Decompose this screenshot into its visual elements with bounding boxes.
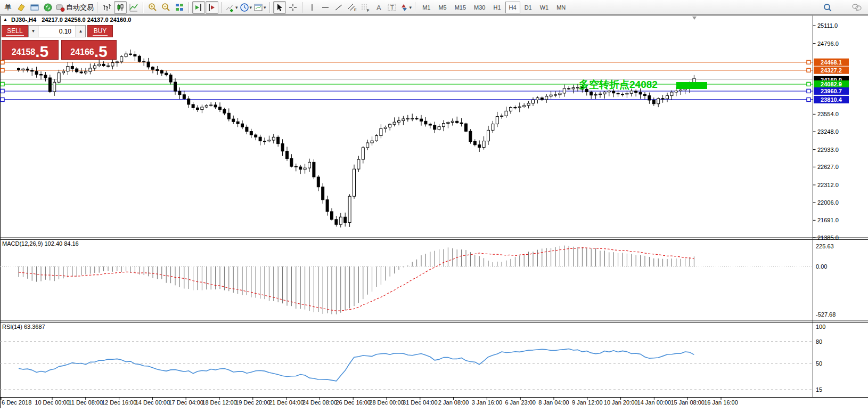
- buy-button-label: BUY: [93, 27, 108, 36]
- buy-price-main: 24166: [70, 48, 94, 56]
- search-button[interactable]: [821, 1, 834, 14]
- zoom-out-icon: [161, 3, 171, 12]
- chart-shift-icon: [194, 3, 203, 12]
- chart-canvas[interactable]: 225.630.00-527.6810080501525111.024796.0…: [0, 15, 868, 412]
- tab-timeframe-m5[interactable]: M5: [435, 2, 450, 13]
- bar-chart-icon: [102, 3, 112, 12]
- sound-icon: [43, 3, 53, 12]
- tab-timeframe-h1[interactable]: H1: [490, 2, 505, 13]
- chart-annotation-text[interactable]: 多空转折点24082: [579, 78, 658, 92]
- svg-text:22006.0: 22006.0: [817, 199, 839, 206]
- svg-text:6 Dec 2018: 6 Dec 2018: [2, 399, 31, 406]
- crosshair-button[interactable]: [286, 1, 299, 14]
- svg-text:50: 50: [816, 360, 822, 367]
- vertical-line-button[interactable]: [306, 1, 318, 14]
- rsi-indicator-label: RSI(14) 63.3687: [2, 324, 45, 330]
- spinner-down-icon: ▼: [31, 29, 36, 34]
- sell-price-button[interactable]: 24158.5: [2, 40, 59, 60]
- auto-scroll-button[interactable]: [206, 1, 218, 14]
- fibonacci-button[interactable]: F: [359, 1, 372, 14]
- chevron-down-icon: ▾: [410, 5, 412, 10]
- indicators-button[interactable]: ▾: [225, 1, 239, 14]
- svg-text:14 Dec 00:00: 14 Dec 00:00: [135, 399, 170, 406]
- new-chart-button[interactable]: [15, 1, 28, 14]
- indicators-icon: [225, 3, 235, 12]
- search-icon: [823, 3, 832, 12]
- line-chart-icon: [129, 3, 138, 12]
- svg-text:26 Dec 16:00: 26 Dec 16:00: [335, 399, 370, 406]
- text-button[interactable]: A: [372, 1, 385, 14]
- tab-timeframe-mn[interactable]: MN: [553, 2, 569, 13]
- sell-button[interactable]: SELL: [2, 25, 28, 37]
- tab-timeframe-m1[interactable]: M1: [419, 2, 434, 13]
- chat-icon: [851, 3, 862, 12]
- svg-text:21385.0: 21385.0: [817, 235, 839, 241]
- svg-text:11 Dec 08:00: 11 Dec 08:00: [68, 399, 103, 406]
- svg-text:18 Dec 12:00: 18 Dec 12:00: [202, 399, 236, 406]
- svg-text:23960.7: 23960.7: [821, 88, 842, 94]
- line-chart-button[interactable]: [127, 1, 140, 14]
- sound-button[interactable]: [42, 1, 54, 14]
- candlestick-chart-button[interactable]: [114, 1, 127, 14]
- svg-text:3 Jan 16:00: 3 Jan 16:00: [472, 399, 503, 406]
- volume-decrease-button[interactable]: ▼: [28, 25, 38, 37]
- template-icon: [253, 3, 263, 12]
- arrows-button[interactable]: ▾: [399, 1, 413, 14]
- channel-button[interactable]: E: [346, 1, 358, 14]
- svg-text:F: F: [367, 9, 369, 12]
- svg-text:19 Dec 20:00: 19 Dec 20:00: [235, 399, 270, 406]
- chart-symbol-timeframe: DJ30-,H4: [11, 17, 36, 23]
- autotrading-label: 自动交易: [66, 3, 94, 12]
- svg-text:225.63: 225.63: [816, 243, 834, 249]
- mt4-window: 单 自动交易 ▾ ▾ ▾ E F A T ▾ M1: [0, 0, 868, 412]
- sell-price-main: 24158: [12, 48, 36, 56]
- sell-price-pip: .5: [35, 45, 48, 59]
- svg-text:100: 100: [816, 324, 825, 330]
- chat-button[interactable]: [850, 1, 863, 14]
- svg-text:10 Dec 00:00: 10 Dec 00:00: [35, 399, 69, 406]
- text-icon: A: [374, 3, 383, 12]
- market-watch-button[interactable]: [28, 1, 41, 14]
- toolbar-separator: [221, 2, 222, 13]
- tab-timeframe-m30[interactable]: M30: [470, 2, 489, 13]
- volume-increase-button[interactable]: ▲: [76, 25, 86, 37]
- toolbar-separator: [189, 2, 190, 13]
- cursor-button[interactable]: [273, 1, 286, 14]
- horizontal-line-button[interactable]: [319, 1, 332, 14]
- bar-chart-button[interactable]: [101, 1, 113, 14]
- templates-button[interactable]: ▾: [253, 1, 267, 14]
- chart-shift-button[interactable]: [192, 1, 205, 14]
- buy-button[interactable]: BUY: [87, 25, 113, 37]
- periods-button[interactable]: ▾: [239, 1, 253, 14]
- buy-price-button[interactable]: 24166.5: [61, 40, 117, 60]
- chevron-down-icon: ▾: [264, 5, 266, 10]
- tile-windows-button[interactable]: [173, 1, 186, 14]
- chevron-down-icon: ▾: [250, 5, 252, 10]
- svg-text:24082.9: 24082.9: [821, 81, 842, 87]
- svg-text:22627.0: 22627.0: [817, 164, 839, 170]
- tab-timeframe-h4[interactable]: H4: [505, 2, 520, 13]
- svg-text:24327.2: 24327.2: [821, 67, 842, 74]
- tab-timeframe-w1[interactable]: W1: [536, 2, 553, 13]
- vertical-line-icon: [307, 3, 317, 12]
- svg-text:6 Jan 23:00: 6 Jan 23:00: [505, 399, 536, 406]
- equidistant-channel-icon: E: [347, 3, 357, 12]
- new-order-button[interactable]: 单: [2, 1, 14, 14]
- crosshair-icon: [288, 3, 298, 12]
- trendline-button[interactable]: [332, 1, 345, 14]
- svg-text:10 Jan 20:00: 10 Jan 20:00: [604, 399, 638, 406]
- tab-timeframe-m15[interactable]: M15: [451, 2, 470, 13]
- autotrading-button[interactable]: 自动交易: [55, 1, 94, 14]
- svg-text:22312.0: 22312.0: [817, 182, 839, 188]
- zoom-out-button[interactable]: [160, 1, 173, 14]
- text-label-icon: T: [387, 3, 397, 12]
- svg-text:0.00: 0.00: [816, 263, 827, 270]
- svg-text:24 Dec 08:00: 24 Dec 08:00: [302, 399, 337, 406]
- one-click-trade-panel: SELL ▼ ▲ BUY 24158.5 24166.5: [2, 25, 117, 60]
- svg-text:15: 15: [816, 386, 822, 393]
- volume-input[interactable]: [38, 25, 76, 37]
- zoom-in-button[interactable]: [146, 1, 159, 14]
- tab-timeframe-d1[interactable]: D1: [521, 2, 536, 13]
- text-label-button[interactable]: T: [386, 1, 398, 14]
- svg-text:25111.0: 25111.0: [817, 22, 838, 29]
